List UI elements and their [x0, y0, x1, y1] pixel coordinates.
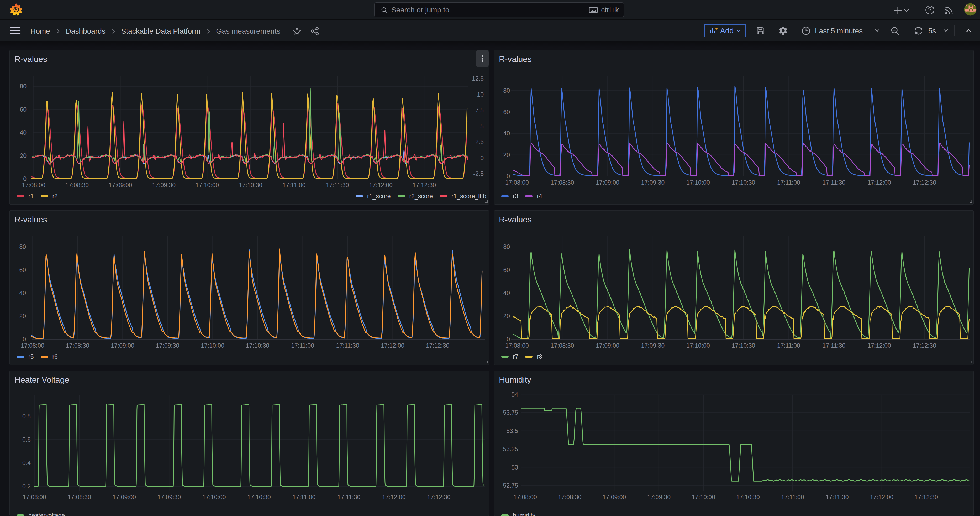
svg-text:20: 20	[19, 313, 26, 320]
svg-text:17:11:30: 17:11:30	[826, 494, 849, 500]
svg-text:17:09:00: 17:09:00	[603, 494, 626, 500]
svg-text:17:12:00: 17:12:00	[867, 179, 891, 186]
svg-text:17:10:30: 17:10:30	[247, 494, 271, 500]
svg-text:20: 20	[503, 151, 510, 158]
svg-text:17:11:30: 17:11:30	[822, 179, 846, 186]
svg-text:53: 53	[511, 464, 518, 471]
svg-text:17:12:00: 17:12:00	[870, 494, 894, 500]
svg-text:53.75: 53.75	[503, 409, 518, 416]
svg-text:17:11:30: 17:11:30	[337, 494, 361, 500]
svg-text:17:11:00: 17:11:00	[293, 494, 315, 500]
svg-text:17:09:00: 17:09:00	[113, 494, 136, 500]
svg-text:17:12:30: 17:12:30	[913, 342, 936, 349]
svg-text:17:10:30: 17:10:30	[732, 342, 755, 349]
svg-text:17:10:30: 17:10:30	[736, 494, 760, 500]
svg-text:17:12:30: 17:12:30	[412, 182, 436, 188]
svg-text:17:09:30: 17:09:30	[641, 342, 665, 349]
svg-text:17:09:30: 17:09:30	[156, 342, 180, 349]
svg-text:17:09:30: 17:09:30	[647, 494, 671, 500]
svg-text:17:10:00: 17:10:00	[692, 494, 715, 500]
svg-text:80: 80	[20, 83, 27, 90]
svg-text:0: 0	[480, 154, 484, 161]
svg-text:17:11:00: 17:11:00	[777, 342, 800, 349]
svg-text:17:08:00: 17:08:00	[22, 494, 46, 500]
svg-text:17:10:00: 17:10:00	[686, 342, 710, 349]
svg-text:17:09:00: 17:09:00	[109, 182, 132, 188]
svg-text:40: 40	[20, 129, 27, 136]
svg-text:17:10:00: 17:10:00	[202, 494, 226, 500]
svg-text:17:12:30: 17:12:30	[426, 342, 450, 349]
svg-text:17:09:30: 17:09:30	[641, 179, 665, 186]
svg-text:17:10:00: 17:10:00	[686, 179, 710, 186]
svg-text:60: 60	[503, 266, 510, 273]
svg-text:17:08:00: 17:08:00	[505, 342, 529, 349]
svg-text:0: 0	[506, 173, 510, 180]
svg-text:17:12:30: 17:12:30	[915, 494, 938, 500]
svg-text:54: 54	[511, 391, 518, 398]
svg-text:80: 80	[503, 87, 510, 94]
svg-text:17:09:00: 17:09:00	[596, 179, 619, 186]
svg-text:17:11:00: 17:11:00	[781, 494, 804, 500]
svg-text:0: 0	[22, 336, 26, 343]
svg-text:0.6: 0.6	[22, 436, 31, 443]
svg-text:17:08:30: 17:08:30	[65, 182, 89, 188]
svg-text:17:11:00: 17:11:00	[282, 182, 305, 188]
svg-text:17:08:30: 17:08:30	[550, 179, 574, 186]
svg-text:-2.5: -2.5	[473, 170, 484, 177]
svg-text:2.5: 2.5	[475, 139, 484, 145]
svg-text:17:09:30: 17:09:30	[152, 182, 176, 188]
svg-text:17:11:30: 17:11:30	[336, 342, 359, 349]
svg-text:0.4: 0.4	[22, 460, 31, 467]
svg-text:17:08:30: 17:08:30	[66, 342, 89, 349]
svg-text:17:08:00: 17:08:00	[513, 494, 537, 500]
svg-text:17:12:00: 17:12:00	[867, 342, 891, 349]
svg-text:17:08:00: 17:08:00	[505, 179, 529, 186]
svg-text:17:12:30: 17:12:30	[427, 494, 451, 500]
svg-text:17:12:30: 17:12:30	[913, 179, 936, 186]
svg-text:53.25: 53.25	[503, 446, 518, 452]
svg-text:52.75: 52.75	[503, 482, 518, 489]
svg-text:0: 0	[506, 336, 510, 343]
svg-text:0: 0	[23, 175, 27, 182]
svg-text:7.5: 7.5	[475, 107, 484, 114]
svg-text:17:10:30: 17:10:30	[732, 179, 755, 186]
svg-text:40: 40	[503, 290, 510, 296]
svg-text:17:08:00: 17:08:00	[21, 342, 45, 349]
svg-text:17:08:30: 17:08:30	[550, 342, 574, 349]
svg-text:40: 40	[503, 130, 510, 137]
svg-text:5: 5	[480, 123, 484, 130]
svg-text:40: 40	[19, 290, 26, 296]
svg-text:17:10:00: 17:10:00	[201, 342, 224, 349]
svg-text:17:12:00: 17:12:00	[382, 494, 406, 500]
svg-text:60: 60	[20, 106, 27, 113]
svg-text:17:10:30: 17:10:30	[246, 342, 270, 349]
svg-text:17:08:30: 17:08:30	[67, 494, 91, 500]
svg-text:12.5: 12.5	[472, 75, 484, 82]
svg-text:17:10:00: 17:10:00	[196, 182, 219, 188]
svg-text:17:09:00: 17:09:00	[596, 342, 619, 349]
svg-text:17:11:30: 17:11:30	[822, 342, 846, 349]
svg-text:17:11:00: 17:11:00	[777, 179, 800, 186]
svg-text:20: 20	[20, 152, 27, 159]
svg-text:80: 80	[19, 244, 26, 250]
svg-text:0.8: 0.8	[22, 413, 31, 420]
svg-text:17:11:30: 17:11:30	[326, 182, 349, 188]
svg-text:60: 60	[503, 109, 510, 116]
svg-text:20: 20	[503, 313, 510, 320]
svg-text:0.2: 0.2	[22, 483, 31, 490]
svg-text:17:09:30: 17:09:30	[158, 494, 181, 500]
svg-text:53.5: 53.5	[506, 427, 518, 434]
svg-text:17:12:00: 17:12:00	[381, 342, 404, 349]
svg-text:17:12:00: 17:12:00	[369, 182, 393, 188]
svg-text:10: 10	[477, 91, 484, 98]
svg-text:17:09:00: 17:09:00	[111, 342, 134, 349]
svg-text:17:08:00: 17:08:00	[22, 182, 45, 188]
svg-text:17:10:30: 17:10:30	[239, 182, 262, 188]
svg-text:17:11:00: 17:11:00	[291, 342, 314, 349]
svg-text:60: 60	[19, 266, 26, 273]
svg-text:80: 80	[503, 244, 510, 250]
svg-text:17:08:30: 17:08:30	[558, 494, 582, 500]
